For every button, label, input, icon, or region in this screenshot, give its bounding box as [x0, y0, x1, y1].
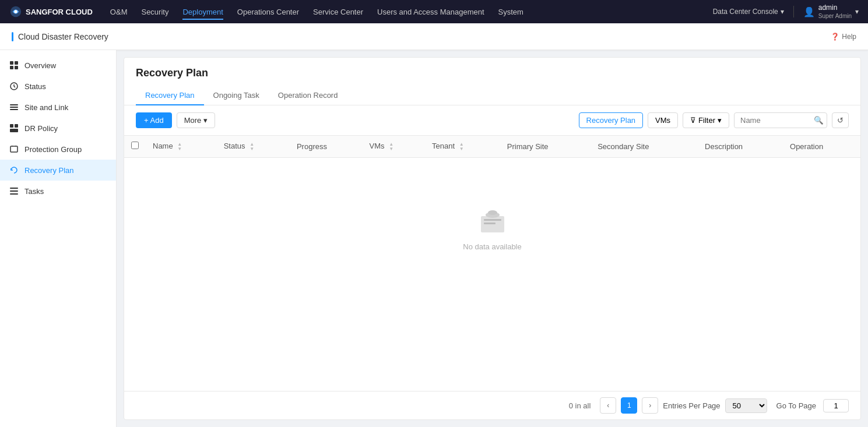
data-table-wrap: Name ▲▼ Status ▲▼ Progress VMs ▲▼ [124, 136, 860, 391]
col-header-progress: Progress [290, 136, 363, 157]
main-layout: Overview Status Site and Link [0, 50, 868, 427]
user-avatar-icon: 👤 [803, 6, 815, 17]
svg-rect-19 [484, 223, 496, 224]
sort-name-icon: ▲▼ [177, 142, 182, 151]
logo[interactable]: SANGFOR CLOUD [9, 5, 93, 18]
tab-recovery-plan[interactable]: Recovery Plan [136, 86, 204, 105]
svg-rect-5 [15, 66, 18, 69]
svg-rect-14 [10, 188, 18, 189]
go-to-page-input[interactable] [823, 399, 849, 412]
user-chevron-icon: ▾ [855, 8, 859, 16]
tasks-icon [9, 186, 19, 196]
svg-point-1 [14, 10, 17, 13]
col-header-description: Description [698, 136, 783, 157]
search-icon-button[interactable]: 🔍 [814, 116, 824, 125]
grid-icon [9, 61, 19, 70]
refresh-button[interactable]: ↺ [832, 112, 849, 128]
data-table: Name ▲▼ Status ▲▼ Progress VMs ▲▼ [124, 136, 860, 158]
sub-header-title: Cloud Disaster Recovery [12, 32, 108, 41]
col-header-vms[interactable]: VMs ▲▼ [363, 136, 425, 157]
empty-text: No data available [463, 242, 521, 251]
toolbar: + Add More ▾ Recovery Plan VMs ⊽ Filter … [124, 105, 860, 136]
svg-rect-8 [10, 107, 18, 108]
tab-bar: Recovery Plan Ongoing Task Operation Rec… [136, 86, 849, 105]
menu-item-om[interactable]: O&M [110, 8, 128, 16]
menu-item-operations[interactable]: Operations Center [237, 8, 299, 16]
dr-policy-icon [9, 123, 19, 133]
svg-rect-15 [10, 190, 18, 192]
sidebar-item-protection-group[interactable]: Protection Group [0, 139, 116, 160]
recovery-plan-icon [9, 165, 19, 175]
search-input[interactable] [734, 112, 827, 128]
top-nav-right: Data Center Console ▾ 👤 admin Super Admi… [713, 3, 859, 20]
prev-page-button[interactable]: ‹ [600, 397, 616, 414]
toggle-recovery-plan-button[interactable]: Recovery Plan [579, 112, 644, 128]
menu-item-security[interactable]: Security [141, 8, 168, 16]
toolbar-right: Recovery Plan VMs ⊽ Filter ▾ 🔍 ↺ [579, 112, 849, 128]
page-1-button[interactable]: 1 [621, 397, 637, 414]
col-header-secondary-site: Secondary Site [591, 136, 698, 157]
svg-rect-10 [10, 124, 13, 128]
filter-button[interactable]: ⊽ Filter ▾ [683, 112, 729, 128]
svg-rect-11 [15, 124, 18, 128]
menu-item-users[interactable]: Users and Access Management [377, 8, 484, 16]
per-page-select[interactable]: 10 20 50 100 [725, 398, 767, 413]
sort-tenant-icon: ▲▼ [459, 142, 464, 151]
col-header-name[interactable]: Name ▲▼ [146, 136, 217, 157]
select-all-header [124, 136, 146, 157]
protection-group-icon [9, 144, 19, 154]
svg-rect-16 [10, 193, 18, 195]
data-center-selector[interactable]: Data Center Console ▾ [713, 8, 784, 16]
sidebar-item-site-link[interactable]: Site and Link [0, 97, 116, 118]
sub-header: Cloud Disaster Recovery ❓ Help [0, 23, 868, 50]
filter-chevron-icon: ▾ [718, 116, 722, 125]
page-title: Recovery Plan [136, 67, 849, 79]
top-navigation: SANGFOR CLOUD O&M Security Deployment Op… [0, 0, 868, 23]
more-chevron-icon: ▾ [203, 116, 208, 125]
sidebar-item-status[interactable]: Status [0, 76, 116, 97]
empty-icon [475, 204, 510, 235]
toggle-vms-button[interactable]: VMs [648, 112, 678, 128]
svg-rect-4 [10, 66, 13, 69]
total-count: 0 in all [569, 401, 591, 410]
entries-per-page-label: Entries Per Page [663, 401, 720, 410]
menu-item-deployment[interactable]: Deployment [182, 8, 223, 16]
add-button[interactable]: + Add [136, 112, 172, 128]
tab-ongoing-task[interactable]: Ongoing Task [204, 86, 269, 105]
refresh-icon: ↺ [837, 116, 844, 125]
empty-state: No data available [124, 158, 860, 298]
col-header-operation: Operation [783, 136, 860, 157]
sort-status-icon: ▲▼ [249, 142, 254, 151]
col-header-status[interactable]: Status ▲▼ [217, 136, 290, 157]
tab-operation-record[interactable]: Operation Record [269, 86, 347, 105]
site-link-icon [9, 103, 19, 112]
sidebar-item-dr-policy[interactable]: DR Policy [0, 118, 116, 139]
main-content-area: Recovery Plan Recovery Plan Ongoing Task… [124, 57, 861, 420]
more-button[interactable]: More ▾ [177, 112, 216, 128]
pagination: 0 in all ‹ 1 › Entries Per Page 10 20 50… [124, 391, 860, 419]
menu-item-service[interactable]: Service Center [313, 8, 363, 16]
menu-item-system[interactable]: System [498, 8, 523, 16]
help-button[interactable]: ❓ Help [831, 33, 856, 41]
select-all-checkbox[interactable] [131, 142, 139, 149]
svg-rect-9 [10, 109, 18, 110]
svg-rect-3 [15, 61, 18, 65]
nav-divider [793, 6, 794, 17]
status-icon [9, 82, 19, 91]
sidebar: Overview Status Site and Link [0, 50, 117, 427]
sidebar-item-recovery-plan[interactable]: Recovery Plan [0, 160, 116, 181]
col-header-primary-site: Primary Site [500, 136, 591, 157]
user-menu[interactable]: 👤 admin Super Admin ▾ [803, 3, 859, 20]
next-page-button[interactable]: › [642, 397, 658, 414]
table-header: Name ▲▼ Status ▲▼ Progress VMs ▲▼ [124, 136, 860, 157]
help-icon: ❓ [831, 33, 839, 41]
content-header: Recovery Plan Recovery Plan Ongoing Task… [124, 58, 860, 105]
svg-rect-2 [10, 61, 13, 65]
svg-rect-18 [484, 219, 501, 221]
sidebar-item-tasks[interactable]: Tasks [0, 181, 116, 202]
col-header-tenant[interactable]: Tenant ▲▼ [425, 136, 500, 157]
sidebar-item-overview[interactable]: Overview [0, 55, 116, 76]
sort-vms-icon: ▲▼ [389, 142, 393, 151]
svg-rect-13 [10, 146, 17, 152]
main-menu: O&M Security Deployment Operations Cente… [110, 8, 713, 16]
